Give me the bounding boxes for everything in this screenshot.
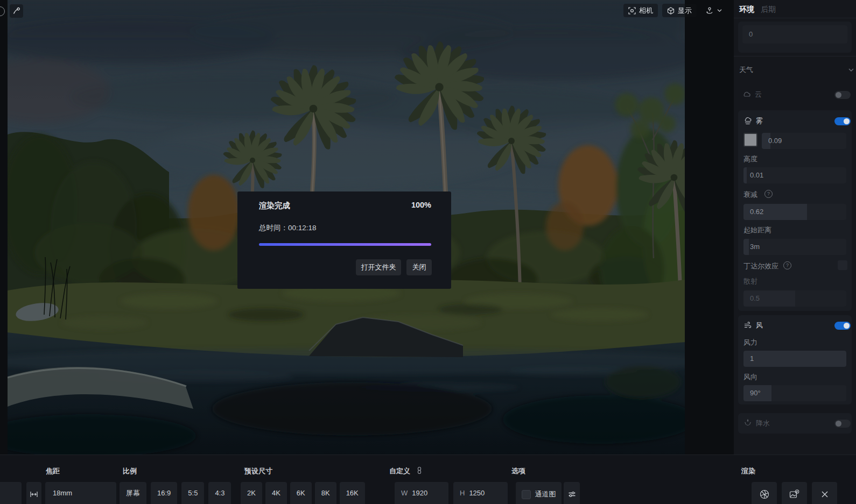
ratio-option-4:3[interactable]: 4:3 (208, 482, 231, 504)
orbit-person-icon (705, 6, 714, 15)
dialog-title: 渲染完成 (259, 201, 290, 211)
brush-icon (12, 7, 20, 15)
close-dialog-button[interactable]: 关闭 (406, 259, 432, 275)
brush-tool-button[interactable] (10, 4, 23, 18)
total-time-value: 00:12:18 (288, 224, 317, 232)
rain-toggle[interactable] (834, 420, 851, 428)
cloud-icon (742, 90, 751, 98)
fog-height-label: 高度 (743, 154, 757, 164)
fog-falloff-label: 衰减 (743, 190, 757, 200)
render-image-button[interactable] (752, 482, 777, 504)
fog-height-input[interactable]: 0.01 (743, 167, 846, 183)
preset-option-4K[interactable]: 4K (265, 482, 287, 504)
focal-width-button[interactable] (26, 482, 41, 504)
image-plus-icon (789, 489, 799, 499)
scatter-label: 散射 (743, 276, 757, 286)
close-icon (821, 491, 829, 498)
divider (734, 56, 856, 56)
ratio-option-5:5[interactable]: 5:5 (181, 482, 204, 504)
render-label: 渲染 (741, 466, 755, 476)
tyndall-toggle[interactable] (838, 260, 847, 270)
rain-icon (743, 418, 752, 427)
render-settings-bar: 焦距 比例 预设尺寸 自定义 选项 渲染 18mm 屏幕16:95:54:3 2… (0, 455, 856, 504)
custom-height-input[interactable]: H1250 (453, 482, 508, 504)
fog-color-swatch[interactable] (743, 133, 757, 147)
partial-left-button[interactable] (0, 482, 22, 504)
custom-width-input[interactable]: W1920 (395, 482, 448, 504)
camera-label: 相机 (639, 6, 653, 16)
sliders-icon (568, 491, 576, 498)
wind-toggle[interactable] (834, 322, 851, 330)
weather-collapse-chevron-icon[interactable] (848, 68, 854, 72)
aperture-icon (760, 489, 769, 499)
progress-bar (259, 243, 431, 246)
preset-size-label: 预设尺寸 (244, 466, 272, 476)
tab-environment[interactable]: 环境 (739, 5, 754, 15)
fog-icon (743, 117, 752, 125)
chevron-down-icon (717, 9, 722, 12)
ratio-option-16:9[interactable]: 16:9 (151, 482, 177, 504)
preset-option-6K[interactable]: 6K (290, 482, 312, 504)
aspect-link-icon[interactable] (416, 466, 423, 474)
rain-label: 降水 (756, 418, 770, 428)
fog-falloff-input[interactable]: 0.62 (743, 204, 846, 220)
cloud-toggle[interactable] (834, 91, 851, 99)
display-label: 显示 (678, 6, 692, 16)
preset-option-8K[interactable]: 8K (315, 482, 336, 504)
scatter-input[interactable]: 0.5 (743, 290, 846, 307)
tab-post-processing[interactable]: 后期 (761, 5, 776, 15)
wind-label: 风 (756, 321, 763, 330)
camera-focus-icon (628, 7, 636, 15)
fog-start-distance-label: 起始距离 (743, 225, 771, 235)
edge-partial-icon (0, 6, 5, 16)
width-arrows-icon (30, 491, 38, 498)
wind-direction-input[interactable]: 90° (743, 385, 846, 401)
render-complete-dialog: 渲染完成 100% 总时间：00:12:18 打开文件夹 关闭 (237, 191, 451, 289)
fog-label: 雾 (756, 116, 763, 126)
preset-option-16K[interactable]: 16K (340, 482, 365, 504)
focal-length-label: 焦距 (46, 466, 60, 476)
app-window: 相机 显示 渲染完成 100% 总时间：00:12:18 打开文件夹 关闭 (0, 0, 856, 504)
wind-force-input[interactable]: 1 (743, 351, 846, 367)
focal-length-input[interactable]: 18mm (45, 482, 116, 504)
help-icon[interactable]: ? (783, 261, 791, 269)
channel-map-checkbox[interactable] (522, 490, 531, 499)
camera-button[interactable]: 相机 (623, 4, 658, 17)
channel-map-label: 通道图 (535, 489, 556, 499)
cancel-render-button[interactable] (812, 482, 837, 504)
ratio-group: 屏幕16:95:54:3 (120, 482, 231, 504)
tyndall-label: 丁达尔效应 (743, 261, 778, 271)
custom-size-label: 自定义 (389, 466, 410, 476)
ratio-option-屏幕[interactable]: 屏幕 (120, 482, 146, 504)
divider (734, 18, 856, 18)
total-time: 总时间：00:12:18 (259, 223, 317, 233)
display-button[interactable]: 显示 (662, 4, 697, 17)
fog-intensity-input[interactable]: 0.09 (762, 133, 846, 149)
channel-map-button[interactable]: 通道图 (516, 482, 562, 504)
render-video-button[interactable] (782, 482, 807, 504)
total-time-label: 总时间： (259, 224, 288, 232)
render-percent: 100% (411, 201, 431, 209)
cube-icon (667, 7, 675, 15)
fog-start-distance-input[interactable]: 3m (743, 239, 846, 255)
wind-icon (743, 321, 752, 329)
render-options-button[interactable] (564, 482, 580, 504)
cloud-label: 云 (755, 90, 762, 100)
preset-option-2K[interactable]: 2K (241, 482, 262, 504)
options-label: 选项 (511, 466, 525, 476)
weather-header: 天气 (739, 65, 753, 75)
help-icon[interactable]: ? (764, 190, 773, 198)
wind-direction-label: 风向 (743, 372, 757, 382)
fog-toggle[interactable] (834, 117, 851, 125)
wind-force-label: 风力 (743, 338, 757, 347)
open-folder-button[interactable]: 打开文件夹 (356, 259, 401, 275)
sun-value-input[interactable]: 0 (742, 25, 847, 44)
view-mode-dropdown[interactable] (696, 4, 731, 17)
preset-group: 2K4K6K8K16K (241, 482, 365, 504)
ratio-label: 比例 (123, 466, 137, 476)
